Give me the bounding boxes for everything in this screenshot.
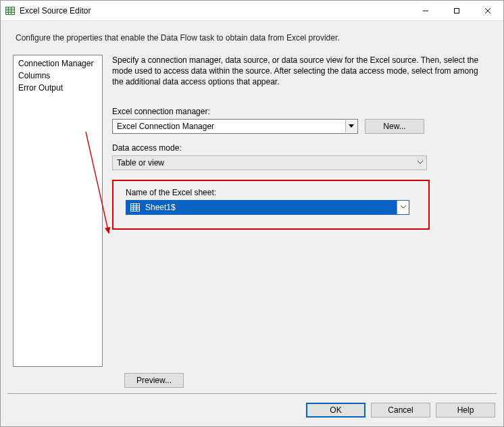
connection-manager-label: Excel connection manager: xyxy=(112,107,490,116)
cancel-button[interactable]: Cancel xyxy=(371,403,430,418)
excel-source-editor-window: Excel Source Editor Configure the proper… xyxy=(0,0,504,427)
ok-button[interactable]: OK xyxy=(306,403,366,418)
table-icon xyxy=(129,201,141,214)
minimize-button[interactable] xyxy=(410,1,441,21)
page-list[interactable]: Connection Manager Columns Error Output xyxy=(13,55,103,367)
sheet-name-value: Sheet1$ xyxy=(145,203,176,212)
sidebar-item-connection-manager[interactable]: Connection Manager xyxy=(17,57,99,70)
titlebar: Excel Source Editor xyxy=(1,1,503,21)
svg-rect-7 xyxy=(455,8,459,13)
new-button-label: New... xyxy=(383,122,405,131)
data-access-mode-label: Data access mode: xyxy=(112,143,490,153)
ok-button-label: OK xyxy=(330,405,341,415)
connection-manager-combo[interactable]: Excel Connection Manager xyxy=(112,119,358,134)
sheet-selection-highlight: Name of the Excel sheet: Sheet1$ xyxy=(112,180,430,230)
close-button[interactable] xyxy=(472,1,503,21)
main-panel: Specify a connection manager, data sourc… xyxy=(103,51,497,388)
sidebar-item-columns[interactable]: Columns xyxy=(17,70,99,82)
dialog-body: Connection Manager Columns Error Output … xyxy=(1,51,503,388)
help-button[interactable]: Help xyxy=(436,403,495,418)
chevron-down-icon xyxy=(397,201,409,214)
chevron-down-icon xyxy=(414,157,426,169)
chevron-down-icon xyxy=(345,120,357,132)
window-title: Excel Source Editor xyxy=(20,6,410,16)
preview-button-label: Preview... xyxy=(136,376,172,385)
excel-icon xyxy=(5,5,16,16)
sheet-name-combo[interactable]: Sheet1$ xyxy=(126,200,409,215)
maximize-button[interactable] xyxy=(441,1,472,21)
data-access-mode-combo[interactable]: Table or view xyxy=(112,155,427,170)
data-access-mode-value: Table or view xyxy=(117,158,164,168)
dialog-footer: OK Cancel Help xyxy=(1,394,503,426)
connection-manager-value: Excel Connection Manager xyxy=(117,122,214,131)
preview-button[interactable]: Preview... xyxy=(124,373,184,388)
help-button-label: Help xyxy=(457,405,474,415)
sheet-name-label: Name of the Excel sheet: xyxy=(126,188,419,197)
dialog-description: Configure the properties that enable the… xyxy=(1,21,503,51)
instructions-text: Specify a connection manager, data sourc… xyxy=(112,55,490,88)
cancel-button-label: Cancel xyxy=(388,405,413,415)
new-connection-button[interactable]: New... xyxy=(365,119,424,134)
sidebar-item-error-output[interactable]: Error Output xyxy=(17,82,99,94)
